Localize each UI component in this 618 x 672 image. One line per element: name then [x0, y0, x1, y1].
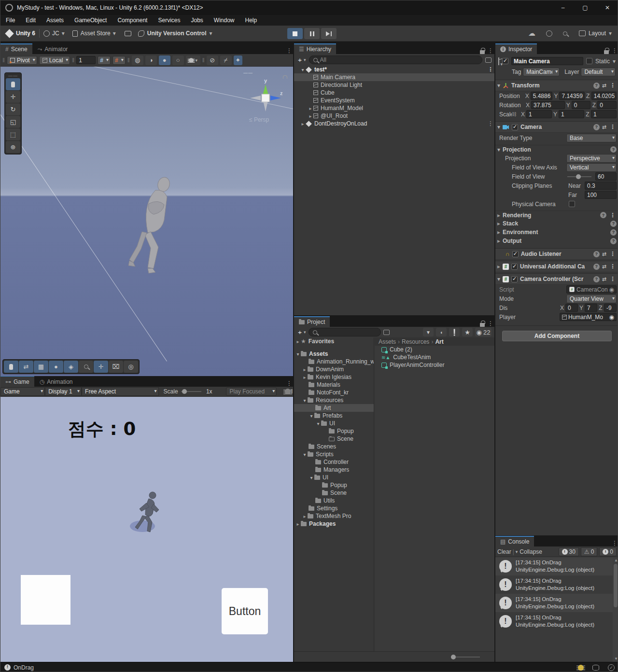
- hierarchy-picker-icon[interactable]: [485, 57, 492, 63]
- inspector-menu-icon[interactable]: [611, 47, 618, 54]
- hierarchy-row-main-camera[interactable]: Main Camera: [294, 73, 494, 81]
- overlay-toggle-icon[interactable]: ✦: [234, 56, 242, 65]
- fov-slider[interactable]: [567, 176, 591, 177]
- menu-edit[interactable]: Edit: [20, 15, 41, 26]
- hand-tool-button[interactable]: [6, 78, 20, 90]
- camera-menu-icon[interactable]: [609, 124, 617, 130]
- warning-count-button[interactable]: ⚠0: [581, 547, 597, 556]
- rotate-tool-button[interactable]: ↻: [6, 103, 20, 115]
- gameobject-icon[interactable]: [498, 58, 499, 65]
- tree-item[interactable]: Settings: [294, 504, 374, 512]
- game-tab-menu-icon[interactable]: [285, 380, 293, 387]
- blob-icon[interactable]: ●: [49, 361, 63, 373]
- tab-inspector[interactable]: iInspector: [495, 43, 537, 54]
- environment-section[interactable]: Environment: [495, 228, 618, 237]
- tree-assets[interactable]: Assets: [294, 350, 374, 358]
- thumbnail-zoom-slider[interactable]: [451, 657, 480, 658]
- near-field[interactable]: 0.3: [585, 182, 617, 190]
- dontdestroy-row-menu-icon[interactable]: [487, 120, 494, 127]
- tree-item[interactable]: Scenes: [294, 443, 374, 450]
- camera-preview-icon[interactable]: ⌧: [109, 361, 123, 373]
- compass-icon[interactable]: ◎: [124, 361, 138, 373]
- camera-header[interactable]: Camera: [495, 121, 618, 133]
- physical-camera-checkbox[interactable]: [569, 201, 575, 207]
- stack-section[interactable]: Stack: [495, 219, 618, 228]
- tree-item[interactable]: Resources: [294, 396, 374, 404]
- controller-checkbox[interactable]: [511, 276, 518, 282]
- project-menu-icon[interactable]: [487, 320, 494, 327]
- universal-checkbox[interactable]: [511, 264, 518, 270]
- menu-jobs[interactable]: Jobs: [185, 15, 208, 26]
- breadcrumb-art[interactable]: Art: [435, 338, 443, 345]
- menu-file[interactable]: File: [0, 15, 20, 26]
- cache-server-icon[interactable]: [592, 665, 599, 671]
- handle-space-dropdown[interactable]: Local: [39, 56, 70, 65]
- play-focused-dropdown[interactable]: Play Focused: [226, 387, 277, 396]
- camera-presets-icon[interactable]: [602, 124, 606, 130]
- console-scrollbar-thumb[interactable]: [614, 564, 618, 607]
- scene-visibility-icon[interactable]: ○: [172, 56, 184, 65]
- tree-item[interactable]: NotoFont_kr: [294, 389, 374, 396]
- rendering-section[interactable]: Rendering: [495, 210, 618, 219]
- rotation-z-field[interactable]: 0: [597, 101, 617, 109]
- layer-dropdown[interactable]: Default: [581, 68, 616, 76]
- position-z-field[interactable]: 14.0205: [591, 92, 617, 100]
- scene-mute-toggle-icon[interactable]: ⌿: [220, 56, 232, 65]
- scale-slider[interactable]: [181, 391, 201, 392]
- hierarchy-row-cube[interactable]: Cube: [294, 89, 494, 97]
- history-icon[interactable]: [546, 30, 552, 37]
- menu-help[interactable]: Help: [240, 15, 263, 26]
- version-control-button[interactable]: Unity Version Control: [147, 30, 207, 37]
- asset-store-button[interactable]: Asset Store: [81, 30, 111, 37]
- log-entry[interactable]: ! [17:34:15] OnDragUnityEngine.Debug:Log…: [495, 612, 618, 630]
- tree-item[interactable]: Scene: [294, 435, 374, 443]
- scale-link-icon[interactable]: ⛓: [512, 112, 520, 117]
- scale-y-field[interactable]: 1: [559, 110, 584, 118]
- pause-button[interactable]: [304, 28, 320, 39]
- zoom-icon[interactable]: [79, 361, 93, 373]
- tree-favorites[interactable]: ★Favorites: [294, 337, 374, 345]
- archive-icon[interactable]: [125, 31, 131, 36]
- tree-item[interactable]: Scripts: [294, 450, 374, 458]
- tree-item[interactable]: Controller: [294, 458, 374, 466]
- tree-item[interactable]: Scene: [294, 489, 374, 497]
- scene-row-menu-icon[interactable]: [487, 66, 494, 73]
- universal-camera-header[interactable]: Universal Additional Ca: [495, 261, 618, 272]
- move-view-icon[interactable]: ✛: [94, 361, 108, 373]
- tab-scene[interactable]: #Scene: [0, 43, 32, 54]
- hierarchy-row-directional-light[interactable]: Directional Light: [294, 81, 494, 89]
- layout-dropdown[interactable]: Layout: [589, 30, 606, 37]
- debugger-status-icon[interactable]: [578, 665, 584, 671]
- log-count-button[interactable]: !30: [559, 547, 579, 556]
- view-settings-icon[interactable]: ⇄: [19, 361, 33, 373]
- tree-packages[interactable]: Packages: [294, 520, 374, 528]
- game-viewport[interactable]: 점수 : 0 Button: [0, 397, 293, 662]
- transform-menu-icon[interactable]: [609, 82, 617, 89]
- play-stop-button[interactable]: [287, 28, 303, 39]
- tree-item[interactable]: DownAnim: [294, 365, 374, 373]
- filter-by-type-icon[interactable]: ▼: [423, 328, 434, 336]
- status-message[interactable]: OnDrag: [14, 664, 34, 671]
- tree-item[interactable]: Popup: [294, 427, 374, 435]
- projection-section-header[interactable]: Projection: [495, 145, 618, 154]
- log-entry[interactable]: ! [17:34:15] OnDragUnityEngine.Debug:Log…: [495, 575, 618, 594]
- hierarchy-lock-icon[interactable]: [480, 50, 485, 54]
- project-search-input[interactable]: [309, 328, 381, 336]
- tab-project[interactable]: Project: [294, 316, 330, 327]
- lighting-toggle-icon[interactable]: ◍: [132, 56, 143, 65]
- audio-listener-checkbox[interactable]: [512, 251, 519, 257]
- filter-by-label-icon[interactable]: ◖: [436, 328, 447, 336]
- fov-field[interactable]: 60: [595, 172, 617, 181]
- menu-services[interactable]: Services: [153, 15, 185, 26]
- projection-dropdown[interactable]: Perspective: [566, 154, 617, 163]
- transform-help-icon[interactable]: [593, 83, 600, 89]
- fov-axis-dropdown[interactable]: Vertical: [566, 163, 617, 172]
- search-icon[interactable]: [563, 31, 567, 36]
- gizmo-axes[interactable]: y z: [248, 76, 283, 114]
- asset-cube-controller[interactable]: Cube (2): [375, 346, 494, 353]
- clear-button[interactable]: Clear|: [497, 548, 518, 555]
- tree-item[interactable]: Prefabs: [294, 412, 374, 420]
- camera-enabled-checkbox[interactable]: [512, 124, 518, 130]
- log-entry[interactable]: ! [17:34:15] OnDragUnityEngine.Debug:Log…: [495, 594, 618, 612]
- hierarchy-row-dontdestroy[interactable]: DontDestroyOnLoad: [294, 120, 494, 127]
